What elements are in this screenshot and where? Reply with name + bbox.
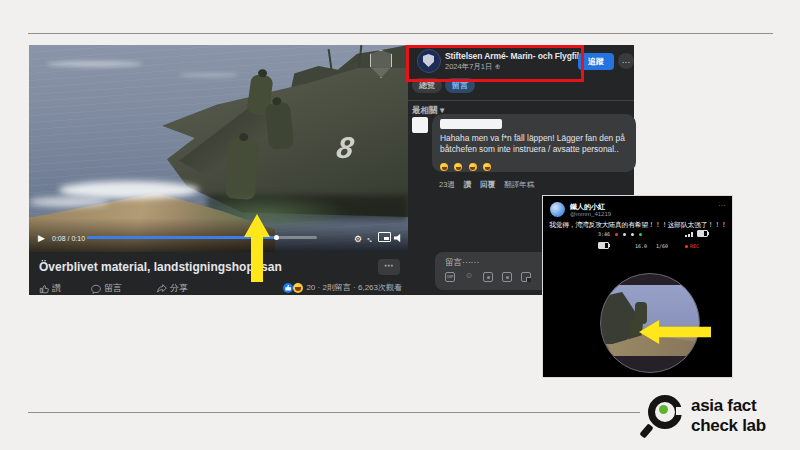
comment-reply-link[interactable]: 回覆 (480, 180, 495, 190)
afcl-magnifier-handle (639, 423, 653, 438)
repost-more-icon[interactable]: … (718, 199, 726, 208)
tab-overview[interactable]: 總覽 (412, 78, 442, 93)
comment-translate-link[interactable]: 翻譯年糕 (504, 180, 534, 190)
laughing-emoji-icon (440, 163, 448, 171)
fact-check-figure: 8 ▶ 0:08 / 0:10 ⚙ ↔ (0, 0, 800, 450)
green-dot-icon (639, 233, 642, 236)
comment-button[interactable]: 留言 (91, 282, 122, 295)
video-title: Överblivet material, landstigningshoppsa… (39, 260, 282, 274)
globe-icon: ⊕ (495, 62, 501, 71)
video-title-bar: Överblivet material, landstigningshoppsa… (29, 252, 408, 282)
reaction-stats[interactable]: 20 · 2則留言 · 6,263次觀看 (283, 282, 402, 293)
post-action-row: 讚 留言 分享 20 · 2則留言 · 6,263次觀看 (29, 282, 408, 295)
rec-dot-icon (685, 245, 688, 248)
repost-avatar[interactable] (550, 202, 565, 217)
osd-aperture: 16.0 (635, 243, 647, 249)
page-name[interactable]: Stiftelsen Armé- Marin- och Flygfilm (445, 51, 587, 61)
fullscreen-icon[interactable]: ↔ (364, 232, 377, 245)
stats-text: 20 · 2則留言 · 6,263次觀看 (306, 282, 402, 293)
haha-reaction-icon (293, 283, 303, 293)
share-button[interactable]: 分享 (157, 282, 188, 295)
comment-text: Hahaha men va f*n fäll läppen! Lägger fa… (440, 133, 628, 155)
whitecap (179, 73, 239, 77)
camera-icon[interactable] (483, 272, 493, 282)
comment-emoji-row (440, 157, 628, 166)
repost-screenshot: 鐵人的小紅 @mmm_41219 … 我觉得，湾湾反攻大陆真的有希望！！！这部队… (542, 195, 733, 378)
osd-rec-time: 3:46 (598, 231, 642, 237)
repost-text: 我觉得，湾湾反攻大陆真的有希望！！！这部队太强了！！！ (549, 220, 729, 230)
follow-button[interactable]: 追蹤 (578, 53, 614, 70)
gif-icon[interactable]: GIF (445, 272, 455, 282)
osd-battery2 (598, 242, 609, 249)
volume-icon[interactable] (394, 233, 404, 243)
sticker-icon[interactable] (521, 272, 531, 282)
emoji-icon[interactable]: ☺ (464, 272, 474, 282)
logo-line-2: check lab (691, 416, 766, 436)
battery-icon (697, 230, 708, 237)
scope-video-view[interactable] (600, 273, 700, 373)
post-date: 2024年7月1日 ⊕ (445, 62, 501, 72)
afcl-magnifier-gap (676, 407, 684, 415)
top-divider (28, 33, 773, 34)
laughing-emoji-icon (454, 163, 462, 171)
signal-bars-icon (685, 230, 708, 237)
play-icon[interactable]: ▶ (38, 233, 45, 243)
like-label: 讚 (52, 282, 61, 295)
video-progress-bar[interactable] (87, 236, 317, 239)
share-icon (157, 284, 167, 294)
composer-placeholder: 留言⋯⋯ (445, 257, 479, 269)
facebook-video-player[interactable]: 8 ▶ 0:08 / 0:10 ⚙ ↔ (29, 45, 408, 252)
pip-icon[interactable] (378, 232, 391, 242)
comment-like-link[interactable]: 讚 (464, 180, 472, 190)
comment-label: 留言 (104, 282, 122, 295)
image-icon[interactable] (502, 272, 512, 282)
share-label: 分享 (170, 282, 188, 295)
whitecap (47, 61, 142, 67)
logo-line-1: asia fact (691, 396, 756, 416)
comment-bubble: Hahaha men va f*n fäll läppen! Lägger fa… (432, 114, 636, 172)
white-dot-icon (623, 233, 626, 236)
composer-icons: GIF ☺ (445, 272, 531, 282)
video-control-bar: ▶ 0:08 / 0:10 ⚙ ↔ (29, 218, 408, 252)
like-reaction-icon (283, 283, 293, 293)
like-button[interactable]: 讚 (39, 282, 61, 295)
commenter-avatar-blurred (412, 117, 428, 133)
settings-gear-icon[interactable]: ⚙ (354, 234, 362, 244)
video-timestamp: 0:08 / 0:10 (52, 235, 85, 242)
page-avatar[interactable] (417, 49, 441, 73)
page-more-button[interactable]: … (618, 53, 634, 69)
red-dot-icon (615, 233, 618, 236)
soldier-on-ramp (265, 102, 295, 150)
comment-age: 23週 (439, 180, 455, 190)
like-icon (39, 284, 49, 294)
commenter-name-blurred (440, 119, 502, 129)
rec-indicator: REC (685, 243, 699, 249)
comment-meta-row: 23週 讚 回覆 翻譯年糕 (439, 180, 534, 190)
repost-handle: @mmm_41219 (570, 211, 611, 217)
panel-divider (408, 100, 634, 101)
soldier-jumping (225, 138, 259, 200)
laughing-emoji-icon (483, 163, 491, 171)
video-progress-knob[interactable] (274, 235, 279, 240)
afcl-green-dot (659, 405, 668, 414)
video-more-button[interactable]: ⋯ (378, 259, 400, 275)
comment-icon (91, 284, 101, 294)
osd-shutter: 1/60 (656, 243, 668, 249)
tab-comments[interactable]: 留言 (445, 78, 475, 93)
wave-foam (29, 197, 109, 207)
bottom-divider (28, 412, 640, 413)
white-dot-icon (631, 233, 634, 236)
laughing-emoji-icon (469, 163, 477, 171)
